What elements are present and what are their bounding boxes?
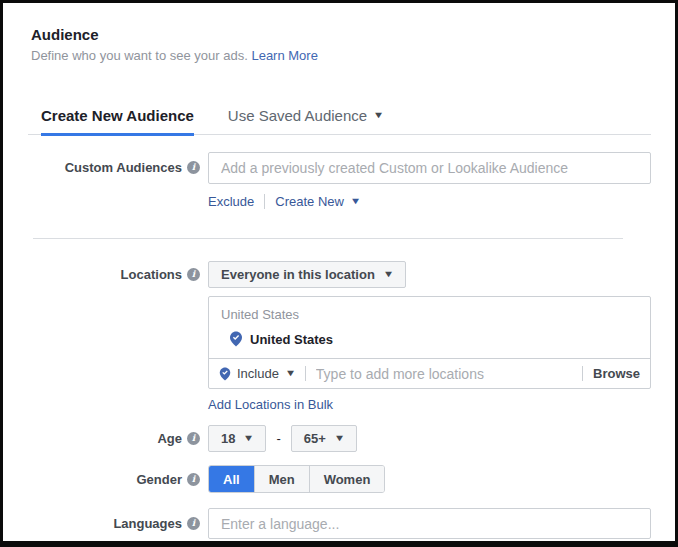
location-pin-icon xyxy=(219,367,231,381)
panel-header: Audience Define who you want to see your… xyxy=(3,3,675,63)
subtitle-text: Define who you want to see your ads. xyxy=(31,48,248,63)
custom-audiences-label: Custom Audiences i xyxy=(3,160,200,175)
add-location-input[interactable] xyxy=(316,361,572,387)
age-row: Age i 18 ▼ - 65+ ▼ xyxy=(3,425,651,452)
info-icon[interactable]: i xyxy=(187,517,200,530)
page-subtitle: Define who you want to see your ads. Lea… xyxy=(31,48,647,63)
chevron-down-icon: ▼ xyxy=(333,434,345,443)
audience-form: Custom Audiences i Exclude Create New ▼ … xyxy=(3,152,675,539)
tab-create-new-audience[interactable]: Create New Audience xyxy=(41,107,194,136)
custom-audiences-input[interactable] xyxy=(208,152,651,184)
info-icon[interactable]: i xyxy=(187,268,200,281)
age-range-separator: - xyxy=(276,431,280,446)
region-group-header: United States xyxy=(221,307,638,322)
info-icon[interactable]: i xyxy=(187,473,200,486)
location-pin-icon xyxy=(229,331,243,347)
audience-panel: Audience Define who you want to see your… xyxy=(0,0,678,547)
exclude-link[interactable]: Exclude xyxy=(208,194,254,209)
selected-location-name: United States xyxy=(250,332,333,347)
custom-audiences-row: Custom Audiences i Exclude Create New ▼ xyxy=(3,152,651,209)
gender-option-all[interactable]: All xyxy=(209,466,255,492)
tab-label: Use Saved Audience xyxy=(228,107,367,124)
chevron-down-icon: ▼ xyxy=(243,434,255,443)
age-max-dropdown[interactable]: 65+ ▼ xyxy=(291,425,357,452)
chevron-down-icon: ▼ xyxy=(383,270,395,279)
page-title: Audience xyxy=(31,26,647,43)
gender-option-men[interactable]: Men xyxy=(255,466,310,492)
languages-input[interactable] xyxy=(208,508,651,539)
divider xyxy=(264,194,265,209)
add-location-bar: Include ▼ Browse xyxy=(209,358,650,388)
browse-button[interactable]: Browse xyxy=(583,366,640,381)
gender-row: Gender i All Men Women xyxy=(3,465,651,493)
gender-option-women[interactable]: Women xyxy=(310,466,385,492)
age-min-dropdown[interactable]: 18 ▼ xyxy=(208,425,266,452)
section-divider xyxy=(33,238,623,239)
gender-segmented-control: All Men Women xyxy=(208,465,385,493)
location-scope-dropdown[interactable]: Everyone in this location ▼ xyxy=(208,261,406,288)
info-icon[interactable]: i xyxy=(187,432,200,445)
locations-box: United States United States xyxy=(208,296,651,389)
chevron-down-icon: ▼ xyxy=(350,197,362,206)
tab-use-saved-audience[interactable]: Use Saved Audience ▼ xyxy=(228,107,383,134)
tab-label: Create New Audience xyxy=(41,107,194,124)
locations-label: Locations i xyxy=(3,267,200,282)
selected-locations-list: United States United States xyxy=(209,297,650,358)
locations-row: Locations i Everyone in this location ▼ … xyxy=(3,261,651,412)
languages-label: Languages i xyxy=(3,516,200,531)
chevron-down-icon: ▼ xyxy=(285,369,297,378)
include-dropdown[interactable]: Include xyxy=(237,366,279,381)
add-locations-in-bulk-link[interactable]: Add Locations in Bulk xyxy=(208,397,333,412)
chevron-down-icon: ▼ xyxy=(373,111,385,120)
info-icon[interactable]: i xyxy=(187,161,200,174)
learn-more-link[interactable]: Learn More xyxy=(251,48,317,63)
custom-audiences-actions: Exclude Create New ▼ xyxy=(208,194,651,209)
audience-tabs: Create New Audience Use Saved Audience ▼ xyxy=(28,107,651,135)
create-new-link[interactable]: Create New xyxy=(275,194,344,209)
age-label: Age i xyxy=(3,431,200,446)
selected-location-item[interactable]: United States xyxy=(221,331,638,347)
gender-label: Gender i xyxy=(3,472,200,487)
divider xyxy=(305,366,306,381)
languages-row: Languages i xyxy=(3,508,651,539)
